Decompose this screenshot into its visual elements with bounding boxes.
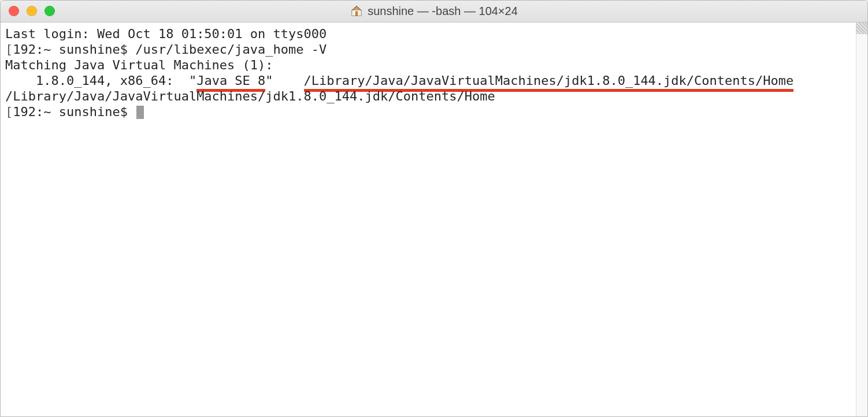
cursor-icon	[136, 106, 144, 119]
terminal-content-wrapper: Last login: Wed Oct 18 01:50:01 on ttys0…	[1, 23, 867, 416]
output-line: [192:~ sunshine$	[5, 104, 863, 120]
title-center: sunshine — -bash — 104×24	[1, 5, 867, 18]
window-title: sunshine — -bash — 104×24	[368, 5, 518, 18]
scroll-indicator-icon	[856, 23, 867, 34]
output-line: Last login: Wed Oct 18 01:50:01 on ttys0…	[5, 26, 863, 42]
close-icon[interactable]	[9, 6, 19, 16]
command-text: /usr/libexec/java_home -V	[135, 42, 327, 57]
terminal-output[interactable]: Last login: Wed Oct 18 01:50:01 on ttys0…	[1, 23, 867, 123]
output-text: "	[265, 73, 303, 88]
minimize-icon[interactable]	[27, 6, 37, 16]
output-line: [192:~ sunshine$ /usr/libexec/java_home …	[5, 42, 863, 57]
output-line: Matching Java Virtual Machines (1):	[5, 57, 863, 73]
output-line: 1.8.0_144, x86_64: "Java SE 8" /Library/…	[5, 73, 863, 88]
terminal-window: sunshine — -bash — 104×24 Last login: We…	[0, 0, 868, 417]
zoom-icon[interactable]	[44, 6, 55, 16]
svg-rect-0	[356, 12, 358, 16]
home-folder-icon	[350, 5, 363, 17]
titlebar[interactable]: sunshine — -bash — 104×24	[1, 1, 867, 23]
scrollbar[interactable]	[856, 23, 867, 416]
prompt: 192:~ sunshine$	[13, 105, 135, 119]
output-text: 1.8.0_144, x86_64: "	[5, 73, 196, 88]
prompt: 192:~ sunshine$	[13, 42, 135, 57]
traffic-lights	[1, 6, 55, 16]
